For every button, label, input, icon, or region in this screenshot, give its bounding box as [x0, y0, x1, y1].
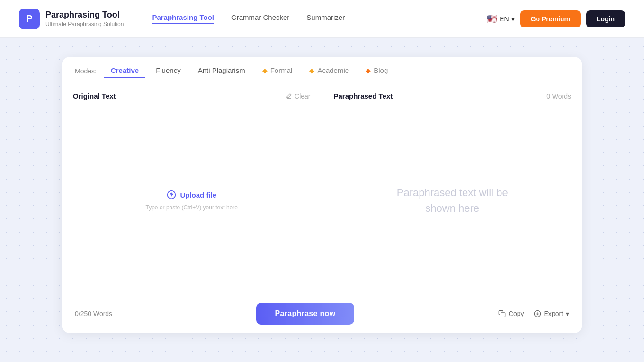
- login-button[interactable]: Login: [586, 10, 625, 27]
- diamond-icon: ◆: [366, 67, 371, 74]
- tab-creative[interactable]: Creative: [104, 63, 145, 78]
- lang-label: EN: [500, 15, 509, 23]
- export-icon: [534, 310, 541, 317]
- go-premium-button[interactable]: Go Premium: [520, 10, 581, 27]
- modes-label: Modes:: [75, 67, 97, 75]
- nav-paraphrasing-tool[interactable]: Paraphrasing Tool: [152, 13, 214, 24]
- logo-text: Paraphrasing Tool Ultimate Paraphrasing …: [45, 10, 124, 27]
- tab-academic[interactable]: ◆ Academic: [303, 63, 355, 78]
- paraphrased-text-body: Paraphrased text will beshown here: [322, 107, 583, 294]
- paraphrase-now-button[interactable]: Paraphrase now: [256, 303, 355, 325]
- upload-hint: Type or paste (Ctrl+V) your text here: [146, 204, 238, 211]
- upload-label: Upload file: [180, 191, 216, 199]
- language-selector[interactable]: 🇺🇸 EN ▾: [487, 14, 514, 24]
- header: P Paraphrasing Tool Ultimate Paraphrasin…: [0, 0, 644, 38]
- footer-actions: Copy Export ▾: [498, 310, 569, 317]
- paraphrased-text-panel: Paraphrased Text 0 Words Paraphrased tex…: [322, 85, 583, 294]
- header-right: 🇺🇸 EN ▾ Go Premium Login: [487, 10, 625, 27]
- nav-grammar-checker[interactable]: Grammar Checker: [231, 13, 289, 24]
- tab-formal-label: Formal: [270, 66, 293, 74]
- svg-rect-2: [501, 313, 505, 317]
- tab-anti-plagiarism[interactable]: Anti Plagiarism: [191, 63, 252, 78]
- logo-title: Paraphrasing Tool: [45, 10, 124, 20]
- tab-fluency[interactable]: Fluency: [149, 63, 188, 78]
- nav-summarizer[interactable]: Summarizer: [306, 13, 345, 24]
- paraphrased-text-header: Paraphrased Text 0 Words: [322, 85, 583, 107]
- tab-blog[interactable]: ◆ Blog: [359, 63, 394, 78]
- footer-bar: 0/250 Words Paraphrase now Copy: [62, 294, 582, 333]
- chevron-down-icon: ▾: [511, 15, 515, 23]
- original-text-header: Original Text Clear: [62, 85, 322, 107]
- paraphrase-card: Modes: Creative Fluency Anti Plagiarism …: [62, 57, 582, 333]
- word-count-display: 0 Words: [546, 92, 571, 100]
- tab-blog-label: Blog: [374, 66, 388, 74]
- tab-formal[interactable]: ◆ Formal: [256, 63, 299, 78]
- export-label: Export: [544, 310, 563, 317]
- modes-bar: Modes: Creative Fluency Anti Plagiarism …: [62, 57, 582, 85]
- diamond-icon: ◆: [262, 67, 268, 74]
- original-text-title: Original Text: [73, 92, 116, 100]
- tab-academic-label: Academic: [317, 66, 349, 74]
- clear-label: Clear: [295, 92, 310, 100]
- paraphrased-placeholder: Paraphrased text will beshown here: [397, 185, 508, 216]
- word-counter: 0/250 Words: [75, 310, 112, 317]
- editor-area: Original Text Clear: [62, 85, 582, 294]
- eraser-icon: [286, 93, 292, 100]
- diamond-icon: ◆: [309, 67, 314, 74]
- original-text-body[interactable]: Upload file Type or paste (Ctrl+V) your …: [62, 107, 322, 294]
- chevron-down-icon: ▾: [566, 310, 569, 317]
- clear-button[interactable]: Clear: [286, 92, 310, 100]
- logo-area: P Paraphrasing Tool Ultimate Paraphrasin…: [19, 9, 124, 29]
- copy-button[interactable]: Copy: [498, 310, 524, 317]
- logo-subtitle: Ultimate Paraphrasing Solution: [45, 21, 124, 27]
- copy-icon: [498, 310, 506, 317]
- paraphrased-text-title: Paraphrased Text: [334, 92, 393, 100]
- original-text-panel: Original Text Clear: [62, 85, 322, 294]
- copy-label: Copy: [509, 310, 524, 317]
- main-nav: Paraphrasing Tool Grammar Checker Summar…: [152, 13, 487, 24]
- flag-icon: 🇺🇸: [487, 14, 497, 24]
- logo-icon: P: [19, 9, 40, 29]
- upload-area: Upload file Type or paste (Ctrl+V) your …: [146, 190, 238, 211]
- upload-file-button[interactable]: Upload file: [167, 190, 216, 199]
- export-button[interactable]: Export ▾: [534, 310, 569, 317]
- main-content: Modes: Creative Fluency Anti Plagiarism …: [0, 38, 644, 343]
- upload-icon: [167, 190, 176, 199]
